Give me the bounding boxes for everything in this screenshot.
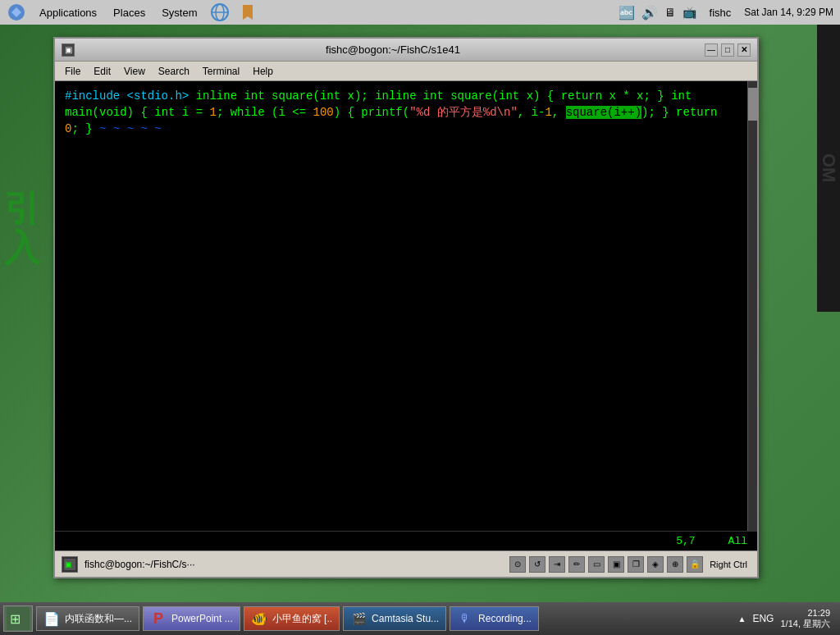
terminal-menubar: File Edit View Search Terminal Help	[55, 62, 757, 81]
taskbar-label-4: Camtasia Stu...	[372, 613, 439, 624]
code-line-1: #include <stdio.h>	[65, 89, 196, 103]
taskbar-label-3: 小甲鱼的窝 [..	[272, 612, 332, 626]
date-display: 1/14, 星期六	[780, 618, 830, 630]
taskbar: ⊞ 📄 内联函数和—... P PowerPoint ... 🐠 小甲鱼的窝 […	[0, 602, 840, 635]
code-line-tilde-4: ~	[140, 122, 154, 135]
menubar-places[interactable]: Places	[107, 5, 152, 21]
code-line-6: {	[547, 89, 561, 103]
bottom-icon-5[interactable]: ▭	[588, 556, 605, 573]
volume-icon: 🔊	[641, 5, 658, 21]
taskbar-icon-4: 🎬	[350, 610, 367, 627]
code-line-8: }	[657, 89, 671, 103]
terminal-icon: ▣	[62, 43, 75, 57]
code-line-5: inline int square(int x)	[375, 89, 547, 103]
side-decoration-left: 引 入	[4, 189, 40, 268]
code-area[interactable]: #include <stdio.h> inline int square(int…	[55, 81, 747, 531]
code-line-3: inline int square(int x);	[196, 89, 376, 103]
menu-view[interactable]: View	[117, 64, 152, 79]
code-line-tilde-1: ~	[99, 122, 113, 135]
terminal-bottom-bar: ▣ fishc@bogon:~/FishC/s··· ⊙ ↺ ⇥ ✏ ▭ ▣ ❐…	[55, 550, 757, 577]
taskbar-item-4[interactable]: 🎬 Camtasia Stu...	[343, 606, 446, 631]
terminal-title: fishc@bogon:~/FishC/s1e41	[81, 43, 705, 56]
code-line-tilde-3: ~	[127, 122, 141, 135]
terminal-titlebar: ▣ fishc@bogon:~/FishC/s1e41 — □ ✕	[55, 39, 757, 62]
bottom-icon-9[interactable]: ⊕	[667, 556, 683, 573]
terminal-window: ▣ fishc@bogon:~/FishC/s1e41 — □ ✕ File E…	[53, 37, 759, 578]
code-line-tilde-5: ~	[154, 122, 161, 135]
taskbar-icon-2: P	[150, 610, 167, 627]
topbar-right: 🔤 🔊 🖥 📺 fishc Sat Jan 14, 9:29 PM	[619, 5, 833, 21]
lang-indicator: ENG	[752, 613, 774, 624]
menu-terminal[interactable]: Terminal	[196, 64, 246, 79]
right-ctrl-label: Right Ctrl	[706, 560, 751, 569]
time-display: 21:29	[780, 608, 830, 618]
taskbar-item-5[interactable]: 🎙 Recording...	[450, 606, 539, 631]
close-button[interactable]: ✕	[737, 43, 751, 57]
taskbar-item-2[interactable]: P PowerPoint ...	[143, 606, 240, 631]
svg-text:▣: ▣	[65, 560, 72, 569]
taskbar-label-1: 内联函数和—...	[65, 612, 132, 626]
bottom-icon-4[interactable]: ✏	[568, 556, 585, 573]
menu-search[interactable]: Search	[152, 64, 196, 79]
app-logo	[7, 2, 26, 22]
code-line-12: int i = 1;	[154, 106, 230, 119]
taskbar-start[interactable]: ⊞	[3, 605, 33, 632]
terminal-statusbar: 5,7 All	[55, 531, 757, 550]
taskbar-icon-5: 🎙	[457, 610, 473, 627]
taskbar-right: ▲ ENG 21:29 1/14, 星期六	[738, 608, 837, 630]
taskbar-item-1[interactable]: 📄 内联函数和—...	[36, 606, 139, 631]
code-line-7: return x * x;	[561, 89, 658, 103]
tray-arrow[interactable]: ▲	[738, 614, 746, 624]
menubar-applications[interactable]: Applications	[33, 5, 103, 21]
terminal-controls: — □ ✕	[705, 43, 751, 57]
menu-help[interactable]: Help	[246, 64, 280, 79]
display-icon: 🖥	[664, 6, 676, 19]
maximize-button[interactable]: □	[721, 43, 734, 57]
terminal-scrollbar[interactable]	[747, 81, 757, 531]
bottom-icon-6[interactable]: ▣	[608, 556, 624, 573]
code-line-17: }	[662, 106, 676, 119]
bottom-icon-7[interactable]: ❐	[628, 556, 644, 573]
menu-file[interactable]: File	[58, 64, 87, 79]
taskbar-label-2: PowerPoint ...	[171, 613, 233, 624]
terminal-taskbar-icon[interactable]: ▣	[62, 556, 78, 573]
display2-icon: 📺	[682, 6, 696, 19]
code-line-11: {	[140, 106, 154, 119]
taskbar-item-3[interactable]: 🐠 小甲鱼的窝 [..	[244, 606, 340, 631]
svg-text:⊞: ⊞	[10, 612, 21, 626]
globe-icon	[210, 2, 230, 22]
menu-edit[interactable]: Edit	[87, 64, 117, 79]
scrollbar-thumb[interactable]	[748, 88, 757, 121]
topbar-username: fishc	[703, 5, 738, 21]
bottom-icon-8[interactable]: ◈	[647, 556, 664, 573]
spellcheck-icon: 🔤	[619, 5, 635, 21]
side-panel-right: OM	[817, 25, 840, 312]
desktop: Applications Places System 🔤 🔊 🖥 📺 fishc…	[0, 0, 840, 635]
cursor-position: 5,7	[676, 535, 695, 547]
taskbar-icon-3: 🐠	[251, 610, 267, 627]
bottom-icon-1[interactable]: ⊙	[509, 556, 526, 573]
topbar-clock: Sat Jan 14, 9:29 PM	[744, 7, 833, 18]
taskbar-label-5: Recording...	[478, 613, 532, 624]
code-line-tilde-2: ~	[113, 122, 127, 135]
menubar-system[interactable]: System	[155, 5, 203, 21]
taskbar-icon-1: 📄	[43, 610, 60, 627]
taskbar-clock: 21:29 1/14, 星期六	[780, 608, 830, 630]
side-text-right: OM	[818, 153, 839, 182]
code-line-16: printf("%d 的平方是%d\n", i-1, square(i++));	[361, 106, 662, 119]
bookmark-icon	[238, 2, 258, 22]
terminal-bottom-label: fishc@bogon:~/FishC/s···	[84, 559, 195, 570]
code-line-15: {	[348, 106, 362, 119]
code-line-14: while (i <= 100)	[231, 106, 348, 119]
bottom-right-controls: ⊙ ↺ ⇥ ✏ ▭ ▣ ❐ ◈ ⊕ 🔒 Right Ctrl	[509, 556, 751, 573]
bottom-icon-3[interactable]: ⇥	[549, 556, 565, 573]
top-menubar: Applications Places System 🔤 🔊 🖥 📺 fishc…	[0, 0, 840, 25]
scroll-status: All	[728, 535, 747, 547]
terminal-body: #include <stdio.h> inline int square(int…	[55, 81, 757, 531]
bottom-icon-2[interactable]: ↺	[529, 556, 546, 573]
minimize-button[interactable]: —	[705, 43, 718, 57]
code-line-20: }	[85, 122, 99, 135]
bottom-icon-10[interactable]: 🔒	[687, 556, 703, 573]
